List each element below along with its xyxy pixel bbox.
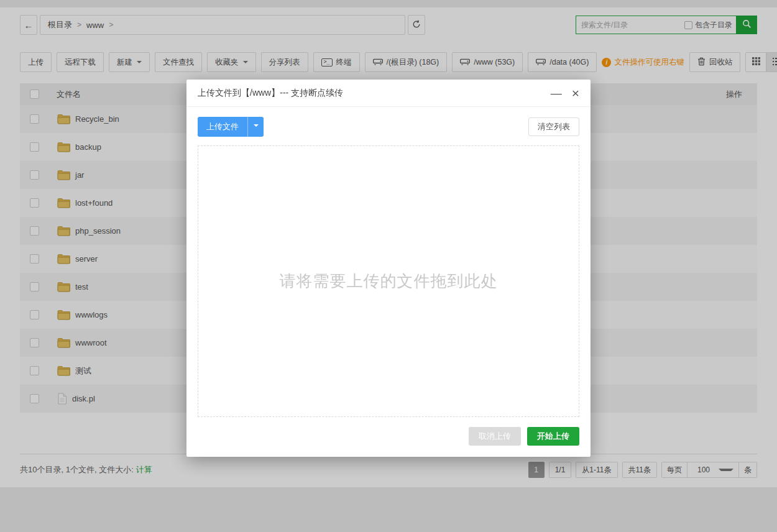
chevron-down-icon <box>254 124 259 129</box>
dropzone-hint-text: 请将需要上传的文件拖到此处 <box>280 270 498 292</box>
upload-dialog-header[interactable]: 上传文件到【/www】--- 支持断点续传 — × <box>186 80 591 107</box>
dialog-controls: — × <box>551 86 579 99</box>
clear-list-button[interactable]: 清空列表 <box>528 117 579 136</box>
minimize-icon[interactable]: — <box>551 88 562 99</box>
close-icon[interactable]: × <box>572 86 579 99</box>
upload-dialog-body: 上传文件 清空列表 请将需要上传的文件拖到此处 取消上传 开始上传 <box>186 107 591 457</box>
upload-file-split-button: 上传文件 <box>198 117 264 137</box>
cancel-upload-button[interactable]: 取消上传 <box>469 427 521 446</box>
upload-dialog-title: 上传文件到【/www】--- 支持断点续传 <box>198 88 343 99</box>
upload-dialog-footer: 取消上传 开始上传 <box>198 427 579 446</box>
upload-dialog: 上传文件到【/www】--- 支持断点续传 — × 上传文件 清空列表 请将需要… <box>186 80 591 457</box>
upload-options-button[interactable] <box>247 117 264 137</box>
start-upload-button[interactable]: 开始上传 <box>527 427 579 446</box>
upload-file-button[interactable]: 上传文件 <box>198 117 247 137</box>
upload-dropzone[interactable]: 请将需要上传的文件拖到此处 <box>198 145 579 417</box>
